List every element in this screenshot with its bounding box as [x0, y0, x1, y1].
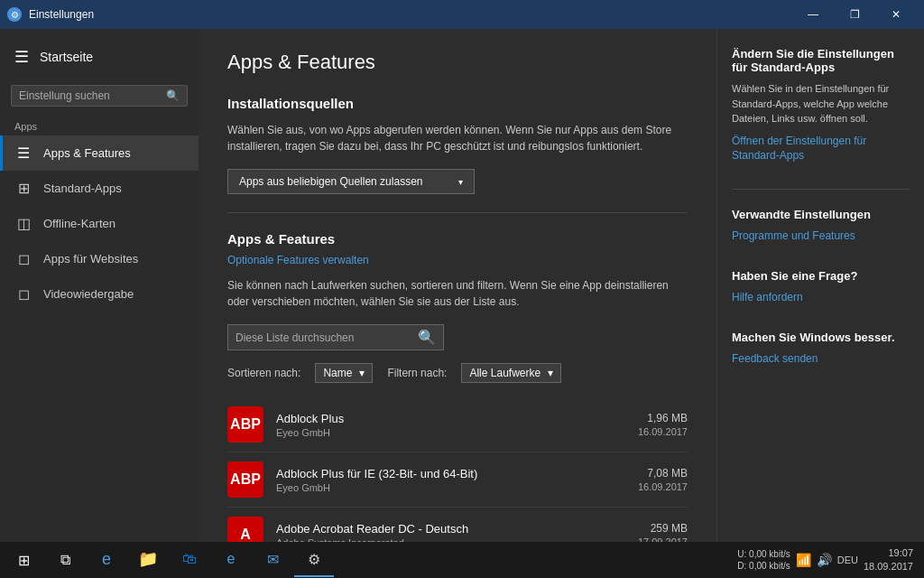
sidebar-item-apps-websites[interactable]: ◻ Apps für Websites [0, 241, 199, 276]
app-info: Adobe Acrobat Reader DC - Deutsch Adobe … [276, 522, 638, 543]
right-section-3-title: Haben Sie eine Frage? [732, 269, 910, 283]
taskbar-ie-icon[interactable]: e [211, 543, 251, 577]
section-divider [227, 212, 688, 213]
sidebar-search-box[interactable]: 🔍 [11, 85, 188, 107]
app-size: 1,96 MB [638, 412, 688, 424]
taskbar-settings-icon[interactable]: ⚙ [294, 543, 334, 577]
language-indicator: DEU [837, 555, 858, 565]
titlebar-controls: — ❐ ✕ [792, 0, 917, 29]
app-icon: ABP [227, 406, 263, 443]
taskbar-explorer-icon[interactable]: 📁 [128, 543, 168, 577]
apps-search-box[interactable]: 🔍 [227, 324, 444, 350]
apps-section-title: Apps & Features [227, 231, 688, 247]
app-icon: A [227, 517, 263, 542]
sidebar-item-label: Apps für Websites [43, 252, 138, 266]
app-size: 7,08 MB [638, 467, 688, 480]
programs-features-link[interactable]: Programme und Features [732, 228, 910, 244]
apps-search-input[interactable] [236, 331, 418, 344]
app-info: Adblock Plus Eyeo GmbH [276, 412, 638, 438]
titlebar-left: ⚙ Einstellungen [7, 7, 94, 22]
sidebar-item-apps-features[interactable]: ☰ Apps & Features [0, 135, 199, 171]
sidebar-item-videowiedergabe[interactable]: ◻ Videowiedergabe [0, 276, 199, 312]
filter-dropdown[interactable]: Alle Laufwerke ▾ [461, 363, 561, 383]
right-section-2: Verwandte Einstellungen Programme und Fe… [732, 208, 910, 244]
app-name: Adobe Acrobat Reader DC - Deutsch [276, 522, 638, 536]
app-list: ABP Adblock Plus Eyeo GmbH 1,96 MB 16.09… [227, 397, 688, 542]
taskbar-edge-icon[interactable]: e [87, 543, 126, 577]
install-source-dropdown[interactable]: Apps aus beliebigen Quellen zulassen ▾ [227, 169, 475, 194]
close-button[interactable]: ✕ [875, 0, 917, 29]
app-date: 16.09.2017 [638, 426, 688, 437]
app-publisher: Eyeo GmbH [276, 482, 638, 493]
taskbar-mail-icon[interactable]: ✉ [253, 543, 292, 577]
app-item[interactable]: A Adobe Acrobat Reader DC - Deutsch Adob… [227, 508, 688, 542]
filter-arrow-icon: ▾ [548, 367, 553, 379]
right-panel: Ändern Sie die Einstellungen für Standar… [716, 29, 924, 542]
window-title: Einstellungen [29, 8, 94, 21]
titlebar: ⚙ Einstellungen — ❐ ✕ [0, 0, 924, 29]
home-icon: ☰ [14, 47, 29, 67]
task-view-button[interactable]: ⧉ [45, 543, 85, 577]
sort-dropdown[interactable]: Name ▾ [315, 363, 373, 383]
dropdown-arrow-icon: ▾ [458, 177, 463, 187]
videowiedergabe-icon: ◻ [14, 285, 32, 303]
main-container: ☰ Startseite 🔍 Apps ☰ Apps & Features ⊞ … [0, 29, 924, 542]
install-section-desc: Wählen Sie aus, von wo Apps abgerufen we… [227, 122, 688, 154]
sidebar-section-label: Apps [0, 114, 199, 135]
right-section-4-title: Machen Sie Windows besser. [732, 331, 910, 344]
home-label: Startseite [40, 50, 93, 64]
search-icon: 🔍 [418, 329, 436, 346]
sidebar-item-standard-apps[interactable]: ⊞ Standard-Apps [0, 171, 199, 206]
sidebar: ☰ Startseite 🔍 Apps ☰ Apps & Features ⊞ … [0, 29, 199, 542]
apps-features-icon: ☰ [14, 144, 32, 162]
apps-websites-icon: ◻ [14, 250, 32, 267]
help-link[interactable]: Hilfe anfordern [732, 290, 910, 305]
apps-section-desc: Sie können nach Laufwerken suchen, sorti… [227, 277, 688, 310]
start-button[interactable]: ⊞ [4, 543, 43, 577]
filter-row: Sortieren nach: Name ▾ Filtern nach: All… [227, 363, 688, 383]
right-section-3: Haben Sie eine Frage? Hilfe anfordern [732, 269, 910, 305]
right-divider-1 [732, 189, 910, 190]
app-icon: ABP [227, 461, 263, 498]
sidebar-item-label: Apps & Features [43, 146, 131, 160]
app-meta: 1,96 MB 16.09.2017 [638, 412, 688, 437]
feedback-link[interactable]: Feedback senden [732, 351, 910, 367]
standard-apps-icon: ⊞ [14, 180, 32, 197]
install-section-title: Installationsquellen [227, 96, 688, 111]
wifi-icon: 📶 [796, 553, 811, 567]
app-meta: 259 MB 17.09.2017 [638, 522, 688, 542]
settings-icon: ⚙ [7, 7, 22, 22]
content-area: Apps & Features Installationsquellen Wäh… [199, 29, 716, 542]
search-icon: 🔍 [166, 89, 180, 102]
taskbar-clock[interactable]: 19:07 18.09.2017 [864, 546, 913, 574]
app-item[interactable]: ABP Adblock Plus Eyeo GmbH 1,96 MB 16.09… [227, 397, 688, 452]
app-date: 16.09.2017 [638, 481, 688, 492]
sidebar-home[interactable]: ☰ Startseite [0, 36, 199, 78]
right-section-4: Machen Sie Windows besser. Feedback send… [732, 331, 910, 367]
sidebar-item-label: Offline-Karten [43, 217, 116, 230]
taskbar-right: U: 0,00 kbit/s D: 0,00 kbit/s 📶 🔊 DEU 19… [737, 546, 920, 574]
sort-arrow-icon: ▾ [359, 367, 365, 379]
app-name: Adblock Plus [276, 412, 638, 425]
app-name: Adblock Plus für IE (32-Bit- und 64-Bit) [276, 467, 638, 480]
network-info: U: 0,00 kbit/s D: 0,00 kbit/s [737, 548, 790, 572]
app-publisher: Eyeo GmbH [276, 427, 638, 438]
standard-apps-settings-link[interactable]: Öffnen der Einstellungen für Standard-Ap… [732, 134, 910, 164]
restore-button[interactable]: ❐ [834, 0, 875, 29]
optional-features-link[interactable]: Optionale Features verwalten [227, 254, 688, 266]
filter-label: Filtern nach: [387, 367, 447, 379]
taskbar-store-icon[interactable]: 🛍 [170, 543, 209, 577]
right-section-1-title: Ändern Sie die Einstellungen für Standar… [732, 47, 910, 74]
search-input[interactable] [19, 89, 166, 102]
right-section-1-desc: Wählen Sie in den Einstellungen für Stan… [732, 81, 910, 126]
taskbar: ⊞ ⧉ e 📁 🛍 e ✉ ⚙ U: 0,00 kbit/s D: 0,00 k… [0, 542, 924, 578]
sidebar-item-offline-karten[interactable]: ◫ Offline-Karten [0, 206, 199, 241]
app-info: Adblock Plus für IE (32-Bit- und 64-Bit)… [276, 467, 638, 493]
minimize-button[interactable]: — [792, 0, 834, 29]
sidebar-item-label: Standard-Apps [43, 182, 122, 195]
offline-karten-icon: ◫ [14, 215, 32, 232]
speaker-icon: 🔊 [817, 553, 832, 567]
right-section-2-title: Verwandte Einstellungen [732, 208, 910, 221]
sort-label: Sortieren nach: [227, 367, 300, 379]
app-item[interactable]: ABP Adblock Plus für IE (32-Bit- und 64-… [227, 452, 688, 508]
